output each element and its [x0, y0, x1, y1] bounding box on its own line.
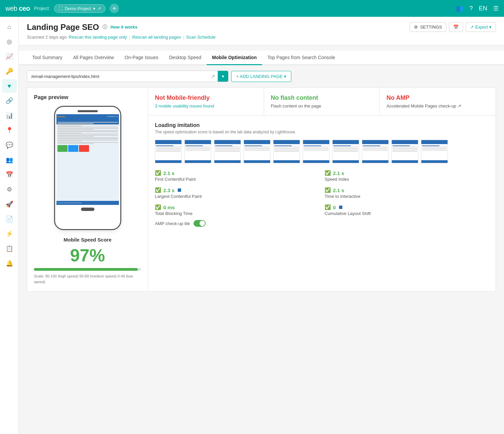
mobile-status-title: Not Mobile-friendly — [155, 94, 257, 101]
sidebar-item-analytics[interactable]: ◎ — [2, 35, 17, 48]
url-input[interactable] — [27, 71, 208, 82]
metric-tti-value: ✅ 2.1 s — [325, 187, 489, 193]
sidebar-item-calendar[interactable]: 📅 — [2, 168, 17, 181]
right-panel: Not Mobile-friendly 3 mobile usability i… — [148, 88, 496, 291]
project-selector[interactable]: ⛶ Demo Project ▾ ↗ — [54, 4, 106, 13]
how-it-works-link[interactable]: How it works — [111, 25, 137, 30]
nav-left: web ceo Project: ⛶ Demo Project ▾ ↗ + — [5, 4, 119, 13]
external-link-icon[interactable]: ↗ — [208, 71, 218, 82]
sidebar-item-chat[interactable]: 💬 — [2, 138, 17, 152]
status-card-flash: No flash content Flash content on the pa… — [264, 88, 380, 115]
lang-selector[interactable]: EN — [479, 5, 487, 12]
amp-check-label: AMP check-up tile — [155, 221, 190, 226]
tab-tool-summary[interactable]: Tool Summary — [27, 51, 68, 65]
sidebar-item-clipboard[interactable]: 📋 — [2, 242, 17, 255]
status-cards: Not Mobile-friendly 3 mobile usability i… — [148, 88, 496, 116]
flag-icon — [178, 188, 181, 192]
metric-si: ✅ 2.1 s Speed Index — [325, 170, 489, 182]
left-panel: Page preview EmailTray Email Management … — [27, 88, 148, 291]
project-label: Project: — [34, 6, 50, 11]
screenshot-thumb-7 — [332, 140, 359, 163]
app-body: ⌂ ◎ 📈 🔑 ♥ 🔗 📊 📍 💬 👥 📅 ⚙ 🚀 📄 ⚡ 📋 🔔 Landin… — [0, 17, 504, 434]
screenshot-thumb-3 — [214, 140, 241, 163]
sidebar-item-location[interactable]: 📍 — [2, 124, 17, 137]
metric-si-label: Speed Index — [325, 177, 489, 182]
screenshot-thumb-6 — [303, 140, 330, 163]
tab-desktop-speed[interactable]: Desktop Speed — [164, 51, 207, 65]
sidebar-item-home[interactable]: ⌂ — [2, 20, 17, 34]
sidebar-item-health[interactable]: ♥ — [2, 79, 17, 93]
scan-schedule-link[interactable]: Scan Schedule — [186, 35, 215, 40]
sidebar-item-link[interactable]: 🔗 — [2, 94, 17, 107]
sidebar-item-bar[interactable]: 📊 — [2, 109, 17, 122]
score-title: Mobile Speed Score — [64, 237, 112, 243]
left-panel-title: Page preview — [34, 94, 68, 100]
menu-icon[interactable]: ☰ — [493, 5, 499, 12]
tab-top-pages[interactable]: Top Pages from Search Console — [262, 51, 341, 65]
sidebar-item-key[interactable]: 🔑 — [2, 64, 17, 78]
project-name: Demo Project — [65, 6, 91, 11]
metric-tti-label: Time to Interactive — [325, 194, 489, 199]
tab-mobile-optimization[interactable]: Mobile Optimization — [207, 51, 262, 65]
sidebar-item-doc[interactable]: 📄 — [2, 212, 17, 226]
amp-status-title: No AMP — [386, 94, 489, 101]
main-panel: Page preview EmailTray Email Management … — [27, 87, 496, 292]
score-scale: Scale: 90-100 (high speed) 50-89 (medium… — [34, 273, 141, 285]
screenshot-thumb-8 — [362, 140, 389, 163]
screenshot-thumb-5 — [273, 140, 300, 163]
check-icon: ✅ — [155, 187, 161, 193]
export-icon: ↗ — [470, 25, 474, 30]
amp-link[interactable]: Accelerated Mobile Pages check-up ↗ — [386, 103, 489, 108]
amp-check-row: AMP check-up tile — [155, 220, 489, 227]
check-icon: ✅ — [155, 170, 161, 176]
sidebar: ⌂ ◎ 📈 🔑 ♥ 🔗 📊 📍 💬 👥 📅 ⚙ 🚀 📄 ⚡ 📋 🔔 — [0, 17, 19, 434]
sidebar-item-settings[interactable]: ⚙ — [2, 183, 17, 196]
screenshot-thumb-2 — [184, 140, 211, 163]
sidebar-item-chart[interactable]: 📈 — [2, 50, 17, 63]
screen-header-bar: EmailTray Email Management Tips — [56, 114, 119, 119]
screenshot-thumb-4 — [244, 140, 270, 163]
calendar-icon: 📅 — [453, 25, 459, 30]
add-landing-page-button[interactable]: + ADD LANDING PAGE ▾ — [231, 71, 291, 82]
flash-status-title: No flash content — [271, 94, 373, 101]
rescan-this-link[interactable]: Rescan this landing page only — [69, 35, 127, 40]
metric-fcp-label: First Contentful Paint — [155, 177, 319, 182]
flag-icon — [339, 206, 342, 209]
add-project-button[interactable]: + — [110, 4, 119, 13]
metric-tti: ✅ 2.1 s Time to Interactive — [325, 187, 489, 199]
calendar-button[interactable]: 📅 — [449, 22, 463, 32]
tab-all-pages[interactable]: All Pages Overview — [68, 51, 119, 65]
screenshot-thumb-10 — [421, 140, 448, 163]
tab-on-page[interactable]: On-Page Issues — [119, 51, 164, 65]
metric-lcp: ✅ 2.3 s Largest Contentful Paint — [155, 187, 319, 199]
page-title: Landing Page SEO ⓘ How it works — [27, 23, 137, 32]
header-actions: ⚙ SETTINGS 📅 ↗ Export ▾ — [410, 22, 496, 32]
chevron-down-icon: ▾ — [489, 25, 492, 30]
logo[interactable]: web ceo — [5, 5, 30, 12]
top-navigation: web ceo Project: ⛶ Demo Project ▾ ↗ + 👥 … — [0, 0, 504, 17]
settings-button[interactable]: ⚙ SETTINGS — [410, 22, 446, 32]
check-icon: ✅ — [155, 204, 161, 210]
sidebar-item-bell[interactable]: 🔔 — [2, 257, 17, 270]
sidebar-item-people[interactable]: 👥 — [2, 153, 17, 167]
phone-screen: EmailTray Email Management Tips — [56, 114, 119, 205]
status-card-mobile: Not Mobile-friendly 3 mobile usability i… — [148, 88, 264, 115]
scanned-text: Scanned 2 days ago — [27, 35, 67, 40]
sidebar-item-bolt[interactable]: ⚡ — [2, 227, 17, 241]
mobile-issues-link[interactable]: 3 mobile usability issues found — [155, 103, 257, 108]
metric-tbt-value: ✅ 0 ms — [155, 204, 319, 210]
metrics-grid: ✅ 2.1 s First Contentful Paint ✅ 2.1 s S… — [155, 170, 489, 216]
main-content: Landing Page SEO ⓘ How it works ⚙ SETTIN… — [19, 17, 504, 434]
amp-toggle[interactable] — [194, 220, 206, 227]
score-bar-wrap — [34, 268, 141, 271]
url-dropdown-button[interactable]: ▾ — [218, 71, 228, 82]
metric-si-value: ✅ 2.1 s — [325, 170, 489, 176]
score-bar — [34, 268, 138, 271]
export-button[interactable]: ↗ Export ▾ — [466, 22, 496, 32]
help-icon[interactable]: ? — [469, 5, 473, 12]
users-icon[interactable]: 👥 — [456, 5, 463, 12]
flash-sub-text: Flash content on the page — [271, 103, 373, 108]
sidebar-item-rocket[interactable]: 🚀 — [2, 198, 17, 211]
phone-home-button — [81, 208, 94, 211]
rescan-all-link[interactable]: Rescan all landing pages — [132, 35, 181, 40]
